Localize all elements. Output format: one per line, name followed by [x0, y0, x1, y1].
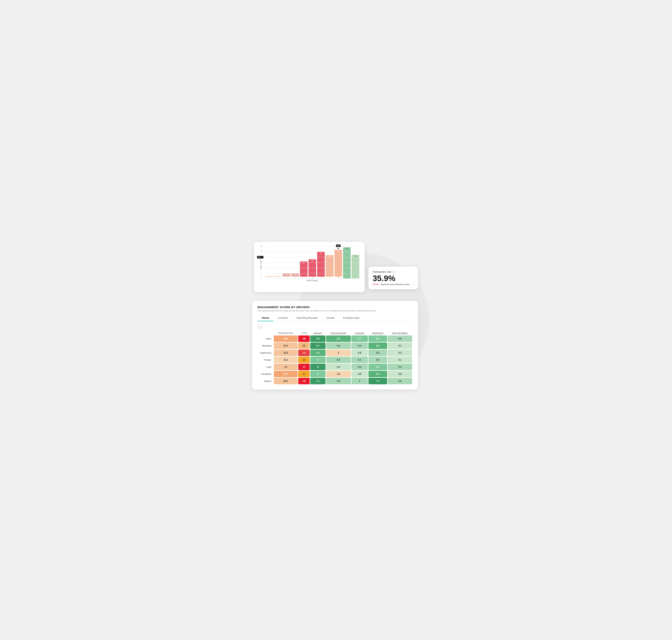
cell-support-1: -42 [298, 378, 310, 384]
heatmap-title: ENGAGEMENT SCORE BY DRIVERS [258, 305, 413, 309]
cell-traveldesk-4: 4.9 [351, 371, 368, 377]
cell-legal-2: 8 [310, 364, 325, 370]
cell-engineering-2: 6.4 [310, 350, 325, 356]
x-axis-label: eNPS Rating [307, 279, 318, 282]
bar-8-tooltip: 25 25 8 [335, 250, 342, 279]
col-header-work-env: Work Environment [326, 331, 351, 335]
cell-support-2: 7.1 [310, 378, 325, 384]
row-label-engineering: Engineering [258, 350, 273, 356]
cell-sales-4: 5.7 [351, 335, 368, 342]
row-label-product: Product [258, 357, 273, 363]
tab-employee-type[interactable]: Employee type [339, 315, 364, 321]
cell-engineering-5: 5.5 [368, 350, 387, 356]
cell-marketing-5: 6.4 [368, 343, 387, 349]
cell-sales-6: 5.8 [388, 335, 412, 342]
participation-value: 35.9% [372, 274, 414, 282]
cell-product-0: 15.1 [274, 357, 298, 363]
cell-engineering-0: 23.6 [274, 350, 298, 356]
cell-marketing-3: 5.5 [326, 343, 351, 349]
cell-support-3: 5.3 [326, 378, 351, 384]
tab-gender[interactable]: Gender [322, 315, 339, 321]
cell-legal-4: 5.3 [351, 364, 368, 370]
cell-engineering-6: 4.3 [388, 350, 412, 356]
cell-sales-3: 6.4 [326, 335, 351, 342]
heatmap-tabs: Teams Locations Reporting Manager Gender… [258, 315, 413, 321]
enps-chart-card: eNPS Score 30 25 20 15 10 5 0 15 [254, 242, 365, 292]
cell-traveldesk-2: 6 [310, 371, 325, 377]
participation-change-pct: 62.6% [372, 283, 379, 286]
down-arrow-icon: ↓ [379, 283, 380, 286]
col-header-enps: e-NPS [298, 331, 310, 335]
cell-engineering-4: 4.8 [351, 350, 368, 356]
row-label-sales: Sales [258, 335, 273, 342]
cell-legal-0: 15 [274, 364, 298, 370]
table-row: Product15.11365.55.15.64.1 [258, 357, 412, 363]
participation-change-label: decrease from previous survey [381, 283, 409, 286]
cell-product-5: 5.6 [368, 357, 387, 363]
gridline-15: 15 [265, 262, 359, 263]
heatmap-subtitle: This heatmap will show you what are driv… [258, 309, 413, 312]
cell-traveldesk-3: 3.6 [326, 371, 351, 377]
cell-product-1: 13 [298, 357, 310, 363]
cell-support-0: 24.2 [274, 378, 298, 384]
cell-support-6: 5.6 [388, 378, 412, 384]
cell-legal-6: 5.4 [388, 364, 412, 370]
cell-marketing-0: 23.3 [274, 343, 298, 349]
col-header-work-life: Work Life Balance [388, 331, 412, 335]
heatmap-table: Participation Rate e-NPS Autonomy Work E… [258, 331, 413, 385]
cell-engineering-3: 4 [326, 350, 351, 356]
gridline-10: 10 [265, 268, 359, 268]
row-label-traveldesk: TravelDesk [258, 371, 273, 377]
bar-tooltip-value: 25 [337, 245, 339, 247]
cell-sales-2: 6.9 [310, 335, 325, 342]
cell-traveldesk-1: 17 [298, 371, 310, 377]
tab-teams[interactable]: Teams [258, 315, 274, 321]
table-row: Engineering23.6-126.444.85.54.3 [258, 350, 412, 356]
cell-product-3: 5.5 [326, 357, 351, 363]
cell-traveldesk-5: 6.3 [368, 371, 387, 377]
cell-marketing-4: 5.4 [351, 343, 368, 349]
cell-legal-1: -17 [298, 364, 310, 370]
cell-support-5: 7.3 [368, 378, 387, 384]
table-row: Sales28.9-266.96.45.76.25.8 [258, 335, 412, 342]
info-icon[interactable]: i [393, 271, 395, 273]
cell-marketing-1: 28 [298, 343, 310, 349]
cell-traveldesk-6: 4.8 [388, 371, 412, 377]
row-label-support: Support [258, 378, 273, 384]
heatmap-options-button[interactable]: ... [258, 324, 263, 329]
table-row: Marketing23.3286.75.55.46.44.1 [258, 343, 412, 349]
gridline-20: 20 [265, 257, 359, 257]
participation-card: Participation rate i 35.9% 62.6% ↓ decre… [368, 266, 418, 289]
cell-product-2: 6 [310, 357, 325, 363]
table-row: Legal15-1784.15.36.15.4 [258, 364, 412, 370]
cell-engineering-1: -12 [298, 350, 310, 356]
cell-support-4: 5 [351, 378, 368, 384]
tab-reporting-manager[interactable]: Reporting Manager [292, 315, 322, 321]
current-score-badge: 15 [258, 256, 260, 258]
cell-product-6: 4.1 [388, 357, 412, 363]
col-header-participation: Participation Rate [274, 331, 298, 335]
col-header-management: Management [368, 331, 387, 335]
cell-marketing-6: 4.1 [388, 343, 412, 349]
cell-legal-5: 6.1 [368, 364, 387, 370]
gridline-5: 5 [265, 273, 359, 274]
col-header-leadership: Leadership [351, 331, 368, 335]
cell-product-4: 5.1 [351, 357, 368, 363]
cell-legal-3: 4.1 [326, 364, 351, 370]
col-header-empty [258, 331, 273, 335]
cell-marketing-2: 6.7 [310, 343, 325, 349]
cell-sales-5: 6.2 [368, 335, 387, 342]
row-label-legal: Legal [258, 364, 273, 370]
col-header-autonomy: Autonomy [310, 331, 325, 335]
row-label-marketing: Marketing [258, 343, 273, 349]
heatmap-card: ENGAGEMENT SCORE BY DRIVERS This heatmap… [252, 301, 418, 390]
table-row: Support24.2-427.15.357.35.6 [258, 378, 412, 384]
table-row: TravelDesk21.21763.64.96.34.8 [258, 371, 412, 377]
tab-locations[interactable]: Locations [274, 315, 292, 321]
gridline-30: 30 [265, 246, 359, 247]
cell-traveldesk-0: 21.2 [274, 371, 298, 377]
participation-title-text: Participation rate [372, 271, 391, 273]
cell-sales-0: 28.9 [274, 335, 298, 342]
cell-sales-1: -26 [298, 335, 310, 342]
